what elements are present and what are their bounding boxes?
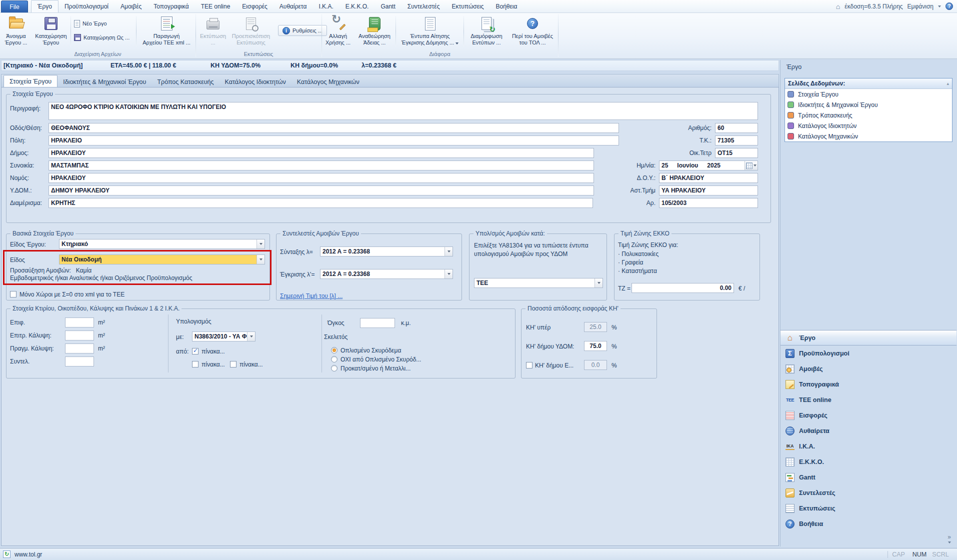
current-lambda-link[interactable]: Σημερινή Τιμή του [λ] ... xyxy=(280,292,342,300)
nav-item-topografika[interactable]: Τοπογραφικά xyxy=(780,376,956,392)
kh-ydom-input[interactable]: 75.0 xyxy=(584,341,607,351)
number-input[interactable]: 60 xyxy=(715,123,758,133)
save-as-button[interactable]: Καταχώρηση Ως ... xyxy=(74,32,130,43)
project-kind-combo[interactable]: Κτηριακό xyxy=(59,239,265,249)
generate-tee-xml-button[interactable]: ΠαραγωγήΑρχείου ΤΕΕ xml ... xyxy=(139,15,194,49)
syntaxis-lambda-combo[interactable]: 2012 A = 0.23368 xyxy=(320,246,453,256)
combo-dropdown-button[interactable] xyxy=(256,255,264,264)
display-menu[interactable]: Εμφάνιση xyxy=(908,3,934,10)
menu-tab-ergo[interactable]: Έργο xyxy=(31,0,58,12)
combo-dropdown-button[interactable] xyxy=(256,240,264,248)
law-combo[interactable]: Ν3863/2010 - ΥΑ Φ: xyxy=(192,332,256,342)
calc-method-combo[interactable]: TEE xyxy=(474,278,603,288)
permit-revision-button[interactable]: ΑναθεώρησηΆδειας ... xyxy=(354,15,396,49)
table2-checkbox[interactable] xyxy=(192,361,198,368)
radio-not-reinforced[interactable] xyxy=(331,356,338,362)
website-link[interactable]: www.tol.gr xyxy=(14,551,42,558)
tab-tropos-kataskeyis[interactable]: Τρόπος Κατασκευής xyxy=(152,76,219,87)
xml-spaces-checkbox[interactable] xyxy=(10,291,16,298)
zone-price-input[interactable]: 0.00 xyxy=(632,283,734,293)
menu-tab-proypologismoi[interactable]: Προϋπολογισμοί xyxy=(58,0,114,12)
tab-idioktites-mixanikoi[interactable]: Ιδιοκτήτες & Μηχανικοί Έργου xyxy=(58,76,152,87)
collapse-icon[interactable]: ▴ xyxy=(946,81,949,86)
nav-item-proypologismoi[interactable]: ΣΠροϋπολογισμοί xyxy=(780,346,956,361)
prefecture-input[interactable]: ΗΡΑΚΛΕΙΟΥ xyxy=(48,173,594,183)
nav-item-ika[interactable]: IKAΙ.Κ.Α. xyxy=(780,438,956,454)
settings-button[interactable]: i Ρυθμίσεις ... xyxy=(278,25,327,36)
file-menu-button[interactable]: File xyxy=(1,0,28,12)
nav-item-ergo[interactable]: ⌂Έργο xyxy=(780,330,956,346)
region-input[interactable]: ΚΡΗΤΗΣ xyxy=(48,198,593,208)
nav-item-ekko[interactable]: Ε.Κ.Κ.Ο. xyxy=(780,454,956,470)
area-input[interactable] xyxy=(65,318,94,328)
page-item-katalogos-mixanikon[interactable]: Κατάλογος Μηχανικών xyxy=(785,131,952,142)
combo-dropdown-button[interactable] xyxy=(247,332,255,341)
collapse-ribbon-icon[interactable]: ⌂ xyxy=(836,2,840,10)
actual-coverage-input[interactable] xyxy=(65,344,94,354)
combo-dropdown-button[interactable] xyxy=(594,278,602,288)
nav-item-gantt[interactable]: Gantt xyxy=(780,470,956,485)
calendar-dropdown-button[interactable] xyxy=(744,161,758,170)
block-input[interactable]: OT15 xyxy=(715,148,758,158)
help-icon[interactable]: ? xyxy=(946,2,953,10)
tax-office-input[interactable]: Β΄ ΗΡΑΚΛΕΙΟΥ xyxy=(659,173,758,183)
city-input[interactable]: ΗΡΑΚΛΕΙΟ xyxy=(48,136,619,146)
table1-checkbox[interactable] xyxy=(192,348,198,354)
data-pages-header[interactable]: Σελίδες Δεδομένων: ▴ xyxy=(785,78,952,89)
building-type-combo[interactable]: Νέα Οικοδομή xyxy=(59,254,265,264)
menu-tab-topografika[interactable]: Τοπογραφικά xyxy=(148,0,194,12)
combo-dropdown-button[interactable] xyxy=(444,270,452,278)
description-input[interactable]: ΝΕΟ 4ΩΡΟΦΟ ΚΤΙΡΙΟ ΚΑΤΟΙΚΙΩΝ ΜΕ ΠΥΛΩΤΗ ΚΑ… xyxy=(48,102,758,120)
page-item-stoixeia[interactable]: Στοιχεία Έργου xyxy=(785,89,952,100)
ydom-input[interactable]: ΔΗΜΟΥ ΗΡΑΚΛΕΙΟΥ xyxy=(48,186,594,196)
menu-tab-ekko[interactable]: Ε.Κ.Κ.Ο. xyxy=(340,0,375,12)
format-forms-button[interactable]: ↻ ΔιαμόρφωσηΕντύπων ... xyxy=(466,15,508,49)
egkrisis-lambda-combo[interactable]: 2012 A = 0.23368 xyxy=(320,269,453,279)
table3-checkbox[interactable] xyxy=(230,361,236,368)
allowed-coverage-input[interactable] xyxy=(65,330,94,340)
page-item-tropos[interactable]: Τρόπος Κατασκευής xyxy=(785,110,952,120)
postal-code-input[interactable]: 71305 xyxy=(715,136,758,146)
save-project-button[interactable]: ΚαταχώρησηΈργου xyxy=(32,15,70,49)
nav-item-ektyposeis[interactable]: Εκτυπώσεις xyxy=(780,500,956,516)
nav-item-amoibes[interactable]: Αμοιβές xyxy=(780,361,956,376)
nav-item-tee-online[interactable]: TEETEE online xyxy=(780,392,956,408)
tab-katalogos-idioktiton[interactable]: Κατάλογος Ιδιοκτητών xyxy=(220,76,292,87)
about-button[interactable]: ? Περί του Αμοιβέςτου ΤΟΛ ... xyxy=(508,15,557,49)
combo-dropdown-button[interactable] xyxy=(444,247,452,256)
radio-prefab-metal[interactable] xyxy=(331,365,338,372)
page-item-idioktites[interactable]: Ιδιοκτήτες & Μηχανικοί Έργου xyxy=(785,100,952,110)
volume-input[interactable] xyxy=(360,318,395,328)
building-permit-forms-button[interactable]: Έντυπα Αίτησης Έγκρισης Δόμησης ... xyxy=(398,15,462,49)
menu-tab-eisfores[interactable]: Εισφορές xyxy=(236,0,274,12)
open-project-button[interactable]: ΆνοιγμαΈργου ... xyxy=(1,15,31,49)
page-item-katalogos-idioktiton[interactable]: Κατάλογος Ιδιοκτητών xyxy=(785,120,952,131)
print-preview-button[interactable]: ΠροεπισκόπισηΕκτύπωσης xyxy=(230,15,272,49)
nav-item-boitheia[interactable]: ?Βοήθεια xyxy=(780,516,956,532)
menu-tab-boitheia[interactable]: Βοήθεια xyxy=(490,0,523,12)
menu-tab-ika[interactable]: Ι.Κ.Α. xyxy=(312,0,339,12)
radio-reinforced-concrete[interactable] xyxy=(331,347,338,354)
municipality-input[interactable]: ΗΡΑΚΛΕΙΟΥ xyxy=(48,148,594,158)
menu-tab-syntelestes[interactable]: Συντελεστές xyxy=(402,0,446,12)
police-station-input[interactable]: ΥΑ ΗΡΑΚΛΕΙΟΥ xyxy=(659,186,758,196)
nav-overflow-button[interactable]: » xyxy=(948,535,951,544)
permit-number-input[interactable]: 105/2003 xyxy=(659,198,758,208)
display-caret-icon[interactable] xyxy=(938,6,941,8)
district-input[interactable]: ΜΑΣΤΑΜΠΑΣ xyxy=(48,160,594,170)
kh-dimou-checkbox[interactable] xyxy=(526,362,532,368)
date-picker[interactable]: 25Ιουνίου2025 xyxy=(659,160,758,170)
nav-item-syntelestes[interactable]: Συντελεστές xyxy=(780,485,956,500)
nav-item-authaireta[interactable]: Αυθαίρετα xyxy=(780,423,956,438)
menu-tab-ektyposeis[interactable]: Εκτυπώσεις xyxy=(446,0,490,12)
menu-tab-amoibes[interactable]: Αμοιβές xyxy=(114,0,148,12)
menu-tab-authaireta[interactable]: Αυθαίρετα xyxy=(274,0,313,12)
menu-tab-gantt[interactable]: Gantt xyxy=(374,0,401,12)
menu-tab-tee-online[interactable]: TEE online xyxy=(195,0,236,12)
print-button[interactable]: Εκτύπωση... xyxy=(198,15,228,49)
change-use-button[interactable]: ↻ ΑλλαγήΧρήσης ... xyxy=(324,15,352,49)
nav-item-eisfores[interactable]: Εισφορές xyxy=(780,408,956,423)
tab-stoixeia-ergou[interactable]: Στοιχεία Έργου xyxy=(4,75,58,87)
tab-katalogos-mixanikon[interactable]: Κατάλογος Μηχανικών xyxy=(292,76,365,87)
new-project-button[interactable]: Νέο Έργο xyxy=(74,18,107,29)
